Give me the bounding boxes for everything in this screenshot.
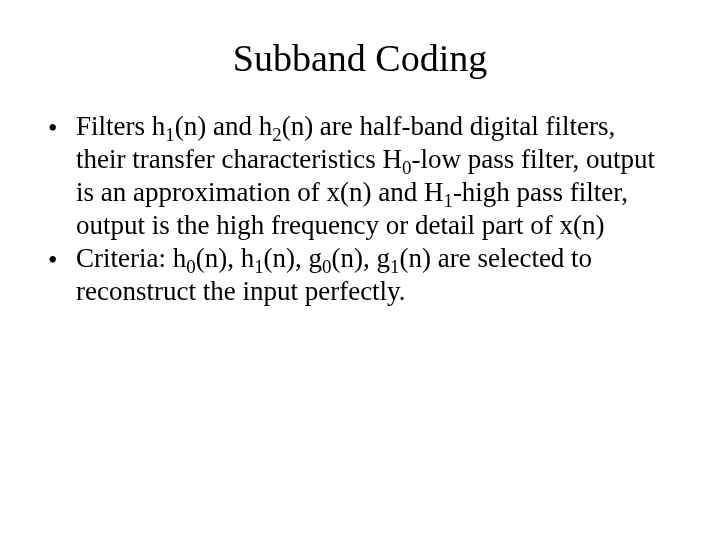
bullet-item: • Filters h1(n) and h2(n) are half-band … (48, 110, 660, 242)
slide: Subband Coding • Filters h1(n) and h2(n)… (0, 0, 720, 540)
bullet-item: • Criteria: h0(n), h1(n), g0(n), g1(n) a… (48, 242, 660, 308)
slide-body: • Filters h1(n) and h2(n) are half-band … (0, 110, 720, 308)
slide-title: Subband Coding (0, 0, 720, 110)
bullet-marker: • (48, 110, 76, 242)
bullet-marker: • (48, 242, 76, 308)
bullet-text: Filters h1(n) and h2(n) are half-band di… (76, 110, 660, 242)
bullet-text: Criteria: h0(n), h1(n), g0(n), g1(n) are… (76, 242, 660, 308)
